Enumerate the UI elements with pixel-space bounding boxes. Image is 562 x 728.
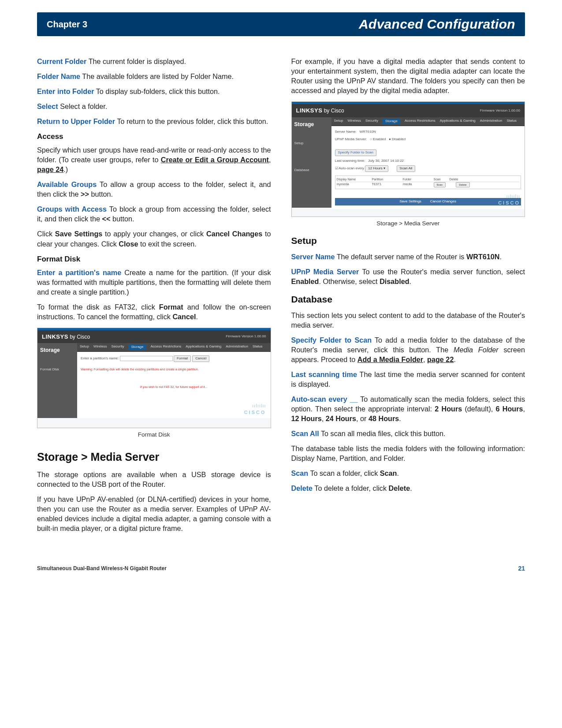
heading-setup: Setup [291,235,525,247]
para-delete: Delete To delete a folder, click Delete. [291,483,525,493]
link-page-22[interactable]: page 22 [427,355,454,363]
figure-media-server: LINKSYS by Cisco Firmware Version 1.00.0… [291,101,525,228]
para-available-groups: Available Groups To allow a group access… [37,179,271,199]
para-server-name: Server Name The default server name of t… [291,252,525,261]
para-format: To format the disk as FAT32, click Forma… [37,302,271,321]
heading-media-server: Storage > Media Server [37,449,271,464]
term-last-scan: Last scanning time [291,370,357,378]
para-ms-2: If you have UPnP AV-enabled (or DLNA-cer… [37,494,271,533]
para-access: Specify which user groups have read-and-… [37,145,271,174]
para-groups-access: Groups with Access To block a group from… [37,204,271,224]
heading-access: Access [37,131,271,142]
term-specify-folder: Specify Folder to Scan [291,336,372,344]
term-auto-scan: Auto-scan every __ [291,395,358,403]
footer-product: Simultaneous Dual-Band Wireless-N Gigabi… [37,565,167,571]
para-specify-folder: Specify Folder to Scan To add a media fo… [291,335,525,364]
figure-format-disk: LINKSYS by Cisco Firmware Version 1.00.0… [37,328,271,439]
screenshot-media-server: LINKSYS by Cisco Firmware Version 1.00.0… [291,101,525,217]
para-select: Select Select a folder. [37,101,271,111]
term-enter-folder: Enter into Folder [37,87,94,95]
term-scan: Scan [291,469,309,477]
term-folder-name: Folder Name [37,72,80,80]
figure-caption-format-disk: Format Disk [37,431,271,439]
term-enter-partition: Enter a partition's name [37,269,121,276]
figure-caption-media-server: Storage > Media Server [291,220,525,228]
term-delete: Delete [291,484,313,492]
para-folder-name: Folder Name The available folders are li… [37,71,271,81]
term-server-name: Server Name [291,253,335,261]
para-scan: Scan To scan a folder, click Scan. [291,468,525,478]
footer-page-number: 21 [518,565,525,572]
para-return-upper: Return to Upper Folder To return to the … [37,116,271,126]
chapter-label: Chapter 3 [47,19,87,30]
link-create-group[interactable]: Create or Edit a Group Account [161,156,269,164]
term-select: Select [37,102,58,110]
para-scan-all: Scan All To scan all media files, click … [291,429,525,438]
term-available-groups: Available Groups [37,180,97,188]
term-upnp: UPnP Media Server [291,268,359,276]
link-page-24[interactable]: page 24 [37,165,63,173]
para-db-table: The database table lists the media folde… [291,444,525,463]
heading-format-disk: Format Disk [37,254,271,264]
para-upnp: UPnP Media Server To use the Router's me… [291,267,525,286]
para-ms-1: The storage options are available when a… [37,470,271,489]
right-column: For example, if you have a digital media… [291,56,525,538]
para-enter-partition: Enter a partition's name Create a name f… [37,268,271,297]
term-return-upper: Return to Upper Folder [37,117,115,125]
page-footer: Simultaneous Dual-Band Wireless-N Gigabi… [37,565,525,572]
para-save-cancel: Click Save Settings to apply your change… [37,229,271,248]
page-title: Advanced Configuration [359,17,515,32]
para-db-intro: This section lets you select content to … [291,310,525,330]
chapter-header: Chapter 3 Advanced Configuration [37,12,525,36]
term-scan-all: Scan All [291,429,319,437]
heading-database: Database [291,293,525,306]
screenshot-format-disk: LINKSYS by Cisco Firmware Version 1.00.0… [37,328,271,428]
term-current-folder: Current Folder [37,57,86,65]
para-auto-scan: Auto-scan every __ To automatically scan… [291,394,525,423]
link-add-media-folder[interactable]: Add a Media Folder [357,355,423,363]
term-groups-access: Groups with Access [37,205,107,213]
left-column: Current Folder The current folder is dis… [37,56,271,538]
para-top-right: For example, if you have a digital media… [291,56,525,95]
para-last-scan: Last scanning time The last time the med… [291,370,525,389]
para-enter-folder: Enter into Folder To display sub-folders… [37,86,271,96]
para-current-folder: Current Folder The current folder is dis… [37,56,271,66]
